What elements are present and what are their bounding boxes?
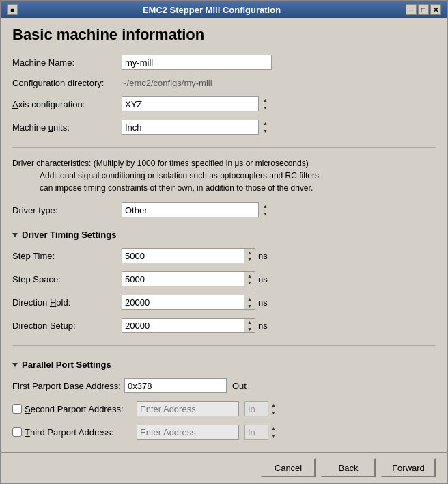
timing-triangle-icon (12, 233, 18, 237)
titlebar-controls: ─ □ ✕ (406, 4, 441, 15)
step-space-input[interactable] (122, 271, 244, 286)
machine-name-row: Machine Name: (12, 55, 436, 70)
step-space-row: Step Space: ▲ ▼ ns (12, 271, 436, 286)
forward-button[interactable]: Forward (381, 458, 436, 477)
direction-setup-spinner: ▲ ▼ (122, 318, 255, 333)
axis-config-select[interactable]: XYZ XZ XYZA (122, 96, 272, 111)
back-button[interactable]: Back (321, 458, 376, 477)
step-space-unit: ns (258, 274, 268, 284)
driver-desc-2: Additional signal conditioning or isolat… (40, 171, 319, 180)
third-parport-dir-select[interactable]: In Out (244, 425, 279, 440)
axis-config-label: Axis configuration: (12, 99, 122, 109)
first-parport-input[interactable] (124, 378, 227, 393)
step-time-spinner-buttons: ▲ ▼ (244, 248, 255, 263)
driver-type-select-wrapper: Other Gecko201 Gecko202 Gecko203v Gecko2… (122, 202, 272, 217)
third-parport-checkbox[interactable] (12, 427, 22, 437)
second-parport-dir-wrapper: In Out ▲ ▼ (244, 401, 279, 416)
step-space-up-button[interactable]: ▲ (244, 272, 255, 279)
step-time-unit: ns (258, 251, 268, 261)
parport-section-label: Parallel Port Settings (22, 360, 111, 370)
page-title: Basic machine information (12, 26, 436, 44)
step-space-spinner-buttons: ▲ ▼ (244, 271, 255, 286)
config-dir-row: Configuration directory: ~/emc2/configs/… (12, 78, 436, 88)
driver-type-label: Driver type: (12, 205, 122, 215)
axis-config-row: Axis configuration: XYZ XZ XYZA ▲ ▼ (12, 96, 436, 111)
machine-units-select[interactable]: Inch mm (122, 120, 272, 135)
parport-section-header: Parallel Port Settings (12, 360, 436, 370)
second-parport-label: Second Parport Address: (25, 404, 134, 414)
step-time-label: Step Time: (12, 251, 122, 261)
first-parport-row: First Parport Base Address: Out (12, 378, 436, 393)
direction-hold-unit: ns (258, 297, 268, 308)
direction-hold-input[interactable] (122, 295, 244, 310)
direction-setup-spinner-buttons: ▲ ▼ (244, 318, 255, 333)
machine-units-label: Machine units: (12, 122, 122, 133)
third-parport-input[interactable] (137, 425, 239, 440)
minimize-button[interactable]: ─ (406, 4, 417, 15)
machine-name-label: Machine Name: (12, 57, 122, 68)
axis-config-select-wrapper: XYZ XZ XYZA ▲ ▼ (122, 96, 272, 111)
content-area: Basic machine information Machine Name: … (1, 18, 447, 452)
step-space-spinner: ▲ ▼ (122, 271, 255, 286)
third-parport-row: Third Parport Address: In Out ▲ ▼ (12, 425, 436, 440)
direction-hold-label: Direction Hold: (12, 297, 122, 308)
titlebar: ■ EMC2 Stepper Mill Configuration ─ □ ✕ (1, 1, 447, 18)
driver-type-row: Driver type: Other Gecko201 Gecko202 Gec… (12, 202, 436, 217)
machine-name-input[interactable] (122, 55, 272, 70)
config-dir-value: ~/emc2/configs/my-mill (122, 78, 272, 88)
second-parport-input[interactable] (137, 401, 239, 416)
direction-setup-label: Direction Setup: (12, 321, 122, 331)
second-parport-dir-select[interactable]: In Out (244, 401, 279, 416)
direction-hold-row: Direction Hold: ▲ ▼ ns (12, 295, 436, 310)
footer: Cancel Back Forward (1, 452, 447, 483)
driver-desc-1: Driver characteristics: (Multiply by 100… (12, 159, 309, 168)
step-space-down-button[interactable]: ▼ (244, 279, 255, 286)
maximize-button[interactable]: □ (418, 4, 429, 15)
direction-hold-down-button[interactable]: ▼ (244, 302, 255, 309)
step-time-up-button[interactable]: ▲ (244, 249, 255, 256)
third-parport-label: Third Parport Address: (25, 427, 134, 438)
step-time-input[interactable] (122, 248, 244, 263)
step-time-spinner: ▲ ▼ (122, 248, 255, 263)
direction-setup-up-button[interactable]: ▲ (244, 319, 255, 325)
step-space-label: Step Space: (12, 274, 122, 284)
step-time-down-button[interactable]: ▼ (244, 256, 255, 263)
second-parport-row: Second Parport Address: In Out ▲ ▼ (12, 401, 436, 416)
step-time-row: Step Time: ▲ ▼ ns (12, 248, 436, 263)
cancel-button[interactable]: Cancel (261, 458, 316, 477)
first-parport-dir: Out (232, 381, 247, 391)
cancel-label: Cancel (275, 463, 302, 473)
machine-units-row: Machine units: Inch mm ▲ ▼ (12, 120, 436, 135)
config-dir-label: Configuration directory: (12, 78, 122, 88)
separator-1 (12, 147, 436, 148)
timing-section-header: Driver Timing Settings (12, 230, 436, 240)
close-button[interactable]: ✕ (430, 4, 441, 15)
direction-setup-down-button[interactable]: ▼ (244, 325, 255, 332)
direction-setup-unit: ns (258, 321, 268, 331)
first-parport-label: First Parport Base Address: (12, 381, 122, 391)
timing-section-label: Driver Timing Settings (22, 230, 116, 240)
window-icon: ■ (7, 4, 18, 15)
direction-setup-input[interactable] (122, 318, 244, 333)
driver-type-select[interactable]: Other Gecko201 Gecko202 Gecko203v Gecko2… (122, 202, 272, 217)
machine-units-select-wrapper: Inch mm ▲ ▼ (122, 120, 272, 135)
parport-triangle-icon (12, 363, 18, 367)
third-parport-dir-wrapper: In Out ▲ ▼ (244, 425, 279, 440)
direction-hold-spinner: ▲ ▼ (122, 295, 255, 310)
main-window: ■ EMC2 Stepper Mill Configuration ─ □ ✕ … (0, 0, 448, 484)
window-title: EMC2 Stepper Mill Configuration (18, 5, 406, 15)
direction-hold-spinner-buttons: ▲ ▼ (244, 295, 255, 310)
second-parport-checkbox[interactable] (12, 404, 22, 414)
direction-setup-row: Direction Setup: ▲ ▼ ns (12, 318, 436, 333)
driver-desc: Driver characteristics: (Multiply by 100… (12, 157, 436, 194)
driver-desc-3: can impose timing constraints of their o… (40, 183, 313, 193)
separator-2 (12, 345, 436, 346)
direction-hold-up-button[interactable]: ▲ (244, 295, 255, 302)
